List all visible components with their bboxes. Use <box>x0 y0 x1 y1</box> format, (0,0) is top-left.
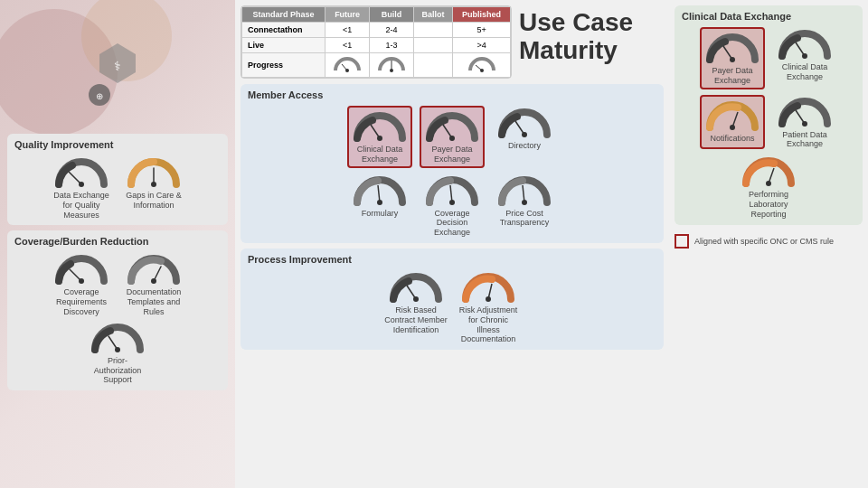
formulary-label: Formulary <box>362 209 399 219</box>
notifications-label: Notifications <box>710 134 754 144</box>
col-future: Future <box>326 7 370 23</box>
process-improvement-section: Process Improvement Risk Based Contract … <box>241 249 664 350</box>
svg-line-15 <box>108 336 118 350</box>
risk-based-gauge: Risk Based Contract Member Identificatio… <box>383 270 448 344</box>
maturity-table-area: Standard Phase Future Build Ballot Publi… <box>241 5 664 79</box>
svg-line-47 <box>769 168 774 183</box>
svg-line-35 <box>407 286 416 299</box>
left-panel: ⚕ ⊕ Quality Improvement Data Exchange fo… <box>0 0 235 488</box>
risk-adjustment-gauge: Risk Adjustment for Chronic Illness Docu… <box>456 270 521 344</box>
patient-data-exchange-label: Patient Data Exchange <box>772 130 837 150</box>
svg-point-4 <box>89 84 110 106</box>
directory-gauge: Directory <box>492 106 557 168</box>
svg-line-25 <box>443 125 452 138</box>
coverage-reduction-title: Coverage/Burden Reduction <box>14 236 221 247</box>
quality-improvement-gauges: Data Exchange for Quality Measures Gaps … <box>14 155 221 220</box>
svg-line-23 <box>371 125 380 138</box>
prior-auth-row: Prior-Authorization Support <box>14 321 221 385</box>
svg-line-33 <box>523 185 524 202</box>
col-published: Published <box>453 7 511 23</box>
clinical-data-exchange-section: Clinical Data Exchange Payer Data Exchan… <box>675 5 863 225</box>
prior-auth-gauge: Prior-Authorization Support <box>85 321 150 385</box>
progress-gauge-published <box>468 56 495 72</box>
payer-data-exchange-cde-gauge: Payer Data Exchange <box>700 27 765 89</box>
data-exchange-gauge: Data Exchange for Quality Measures <box>49 155 114 220</box>
table-row-live: Live <1 1-3 >4 <box>242 38 511 53</box>
svg-line-7 <box>69 172 81 184</box>
svg-line-31 <box>450 185 452 202</box>
member-access-row1: Clinical Data Exchange Payer Data Exchan… <box>248 106 656 168</box>
clinical-exchange-cde-gauge: Clinical Data Exchange <box>772 27 837 89</box>
clinical-data-exchange-gauge: Clinical Data Exchange <box>347 106 412 168</box>
prior-auth-gauge-svg <box>90 321 145 353</box>
quality-improvement-title: Quality Improvement <box>14 139 221 150</box>
svg-line-13 <box>154 267 161 281</box>
coverage-req-gauge-svg <box>54 252 108 285</box>
svg-line-43 <box>732 112 738 127</box>
doc-templates-label: Documentation Templates and Rules <box>121 287 186 316</box>
coverage-decision-gauge: Coverage Decision Exchange <box>420 174 485 238</box>
gaps-care-gauge-svg <box>127 155 181 188</box>
member-access-title: Member Access <box>248 89 656 100</box>
doc-templates-gauge-svg <box>127 252 181 285</box>
gaps-care-gauge: Gaps in Care & Information <box>121 155 186 220</box>
legend: Aligned with specific ONC or CMS rule <box>675 234 863 249</box>
progress-gauge-build <box>378 56 405 72</box>
patient-data-exchange-gauge: Patient Data Exchange <box>772 95 837 150</box>
formulary-gauge: Formulary <box>347 174 412 238</box>
svg-line-17 <box>342 64 347 70</box>
svg-line-11 <box>70 269 81 281</box>
use-case-maturity-title: Use Case Maturity <box>519 5 664 65</box>
svg-text:⚕: ⚕ <box>114 59 121 73</box>
coverage-req-label: Coverage Requirements Discovery <box>49 287 114 316</box>
coverage-reduction-section: Coverage/Burden Reduction Coverage Requi… <box>7 230 228 390</box>
payer-data-exchange-ma-gauge: Payer Data Exchange <box>420 106 485 168</box>
data-exchange-gauge-svg <box>54 155 108 188</box>
clinical-exchange-cde-label: Clinical Data Exchange <box>772 62 837 82</box>
clinical-data-exchange-label: Clinical Data Exchange <box>351 145 409 164</box>
price-cost-label: Price Cost Transparency <box>492 209 557 229</box>
svg-line-29 <box>378 185 380 202</box>
process-improvement-title: Process Improvement <box>248 254 656 265</box>
svg-line-27 <box>515 121 524 135</box>
member-access-section: Member Access Clinical Data Exchange <box>241 84 664 243</box>
data-exchange-label: Data Exchange for Quality Measures <box>49 191 114 220</box>
svg-line-45 <box>796 110 805 124</box>
main-container: ⚕ ⊕ Quality Improvement Data Exchange fo… <box>0 0 868 488</box>
payer-data-exchange-ma-label: Payer Data Exchange <box>423 145 481 164</box>
svg-point-1 <box>81 0 172 81</box>
legend-text: Aligned with specific ONC or CMS rule <box>694 237 834 247</box>
table-row-connectathon: Connectathon <1 2-4 5+ <box>242 23 511 38</box>
svg-line-21 <box>476 65 482 70</box>
svg-marker-2 <box>99 43 136 83</box>
clinical-data-exchange-title: Clinical Data Exchange <box>682 11 855 22</box>
directory-label: Directory <box>508 141 541 151</box>
coverage-decision-label: Coverage Decision Exchange <box>420 209 485 238</box>
col-standard-phase: Standard Phase <box>242 7 326 23</box>
price-cost-gauge: Price Cost Transparency <box>492 174 557 238</box>
legend-square <box>675 234 689 249</box>
process-improvement-gauges: Risk Based Contract Member Identificatio… <box>248 270 656 344</box>
svg-point-0 <box>0 9 118 136</box>
doc-templates-gauge: Documentation Templates and Rules <box>121 252 186 316</box>
svg-line-37 <box>488 284 492 299</box>
svg-text:⊕: ⊕ <box>96 91 103 101</box>
payer-data-exchange-cde-label: Payer Data Exchange <box>703 66 761 86</box>
svg-line-41 <box>796 42 805 56</box>
center-panel: Standard Phase Future Build Ballot Publi… <box>235 0 669 488</box>
clinical-row1: Payer Data Exchange Clinical Data Exchan… <box>682 27 855 89</box>
maturity-table: Standard Phase Future Build Ballot Publi… <box>241 5 512 79</box>
coverage-reduction-gauges: Coverage Requirements Discovery Document… <box>14 252 221 316</box>
member-access-row2: Formulary Coverage Decision Exchange <box>248 174 656 238</box>
col-build: Build <box>370 7 414 23</box>
prior-auth-label: Prior-Authorization Support <box>85 356 150 385</box>
risk-adjustment-label: Risk Adjustment for Chronic Illness Docu… <box>456 305 521 344</box>
col-ballot: Ballot <box>413 7 452 23</box>
coverage-req-gauge: Coverage Requirements Discovery <box>49 252 114 316</box>
quality-improvement-section: Quality Improvement Data Exchange for Qu… <box>7 134 228 225</box>
clinical-row3: Performing Laboratory Reporting <box>682 155 855 219</box>
table-row-progress: Progress <box>242 53 511 78</box>
right-panel: Clinical Data Exchange Payer Data Exchan… <box>669 0 868 488</box>
svg-line-39 <box>723 46 732 60</box>
gaps-care-label: Gaps in Care & Information <box>121 191 186 211</box>
